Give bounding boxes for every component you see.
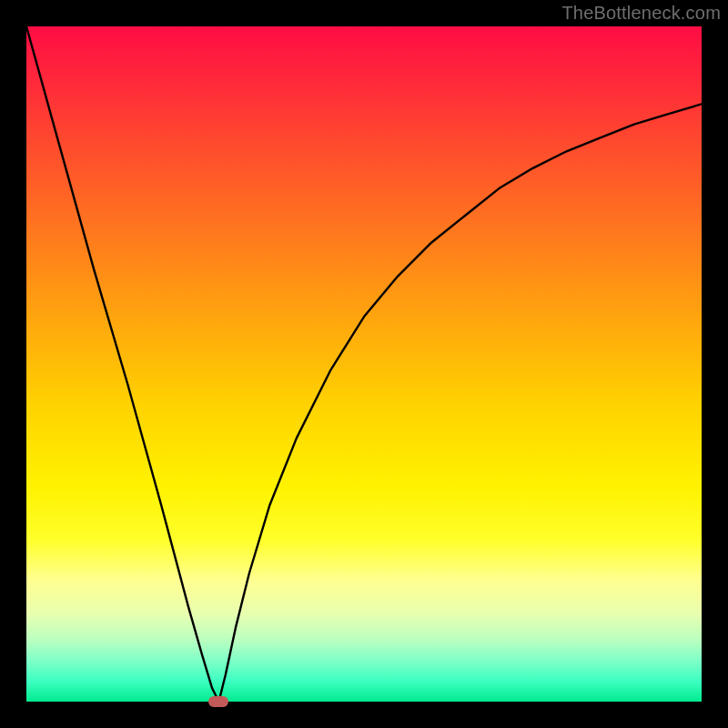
watermark-text: TheBottleneck.com xyxy=(561,3,721,24)
curve-left-branch xyxy=(26,26,218,702)
minimum-marker xyxy=(208,696,228,707)
curve-layer xyxy=(26,26,702,702)
chart-frame: TheBottleneck.com xyxy=(0,0,728,728)
curve-right-branch xyxy=(218,104,702,702)
plot-area xyxy=(26,26,702,702)
